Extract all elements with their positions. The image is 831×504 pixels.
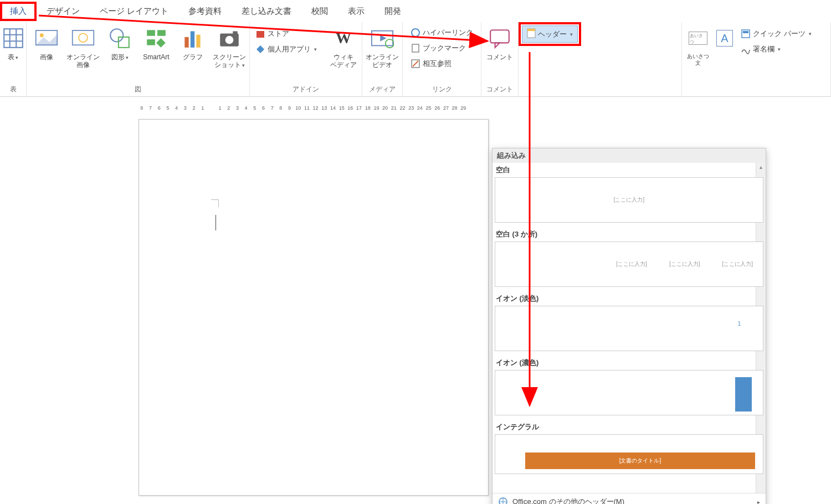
wikipedia-icon: W: [332, 27, 355, 50]
textbox-icon: A: [713, 27, 736, 50]
svg-rect-16: [191, 31, 194, 47]
svg-rect-7: [73, 30, 94, 45]
tab-review[interactable]: 校閲: [301, 2, 338, 21]
group-media: オンライン ビデオ メディア: [362, 22, 403, 96]
video-icon: [371, 27, 394, 50]
onlinevideo-button[interactable]: オンライン ビデオ: [366, 24, 399, 69]
svg-rect-27: [412, 44, 419, 52]
ribbon-tabs: 挿入 デザイン ページ レイアウト 参考資料 差し込み文書 校閲 表示 開発: [0, 0, 831, 22]
ribbon: 表▾ 表 画像 オンライン 画像 図形▾ SmartArt: [0, 22, 831, 97]
svg-point-6: [40, 33, 44, 37]
template-blank[interactable]: 空白 [ここに入力]: [495, 163, 763, 223]
integral-bar: [文書のタイトル]: [525, 452, 755, 469]
camera-icon: [218, 27, 241, 50]
horizontal-ruler[interactable]: 8765432112345678910111213141516171819202…: [137, 102, 490, 114]
svg-marker-31: [495, 43, 500, 47]
svg-rect-12: [157, 30, 166, 36]
text-cursor: [216, 215, 216, 230]
table-icon: [2, 27, 25, 50]
tab-insert[interactable]: 挿入: [0, 2, 37, 21]
shapes-button[interactable]: 図形▾: [103, 24, 136, 61]
quickparts-icon: [741, 29, 751, 39]
store-icon: [255, 29, 265, 39]
table-button[interactable]: 表▾: [1, 24, 25, 61]
signature-icon: [741, 44, 751, 54]
svg-rect-15: [184, 37, 188, 48]
document-area: 8765432112345678910111213141516171819202…: [0, 97, 831, 504]
group-addins-label: アドイン: [293, 85, 319, 95]
group-links-label: リンク: [432, 85, 452, 95]
svg-line-29: [413, 61, 418, 66]
images-button[interactable]: 画像: [30, 24, 63, 61]
chart-icon: [181, 27, 204, 50]
group-table-label: 表: [10, 85, 17, 95]
svg-point-8: [79, 33, 88, 42]
group-links: ハイパーリンク ブックマーク 相互参照 リンク: [403, 22, 481, 96]
header-gallery-dropdown: 組み込み ▴ 空白 [ここに入力] 空白 (3 か所) [ここに入力] [ここに…: [492, 148, 766, 504]
template-blank-3[interactable]: 空白 (3 か所) [ここに入力] [ここに入力] [ここに入力]: [495, 227, 763, 287]
group-media-label: メディア: [369, 85, 396, 95]
signature-button[interactable]: 署名欄▾: [738, 43, 827, 55]
template-ion-dark[interactable]: イオン (濃色): [495, 356, 763, 415]
bookmark-button[interactable]: ブックマーク: [408, 42, 475, 54]
gallery-body: ▴ 空白 [ここに入力] 空白 (3 か所) [ここに入力] [ここに入力] […: [493, 163, 766, 493]
hyperlink-button[interactable]: ハイパーリンク: [408, 27, 475, 39]
tab-references[interactable]: 参考資料: [178, 2, 232, 21]
svg-rect-13: [147, 39, 155, 45]
svg-rect-21: [257, 31, 264, 38]
chart-button[interactable]: グラフ: [176, 24, 209, 61]
svg-marker-22: [257, 45, 264, 53]
bookmark-icon: [411, 43, 420, 53]
header-dropdown-button[interactable]: ヘッダー ▾: [522, 25, 578, 43]
greeting-icon: あいさつ: [686, 27, 710, 50]
more-headers-office[interactable]: Office.com のその他のヘッダー(M) ▸: [493, 493, 766, 504]
tab-mailings[interactable]: 差し込み文書: [232, 2, 301, 21]
table-label: 表▾: [8, 53, 18, 61]
tab-developer[interactable]: 開発: [375, 2, 411, 21]
myapps-icon: [255, 44, 265, 54]
shapes-icon: [108, 27, 131, 50]
svg-point-9: [110, 29, 123, 42]
greeting-button[interactable]: あいさつ あいさつ 文: [685, 24, 711, 66]
smartart-button[interactable]: SmartArt: [140, 24, 173, 61]
ion-dark-bar: [735, 377, 752, 412]
svg-point-19: [225, 36, 234, 44]
svg-rect-30: [490, 30, 509, 43]
group-table: 表▾ 表: [0, 22, 27, 96]
svg-rect-11: [147, 30, 155, 36]
template-integral[interactable]: インテグラル [文書のタイトル]: [495, 420, 763, 474]
tab-layout[interactable]: ページ レイアウト: [90, 2, 178, 21]
textbox-button[interactable]: A: [714, 24, 735, 50]
group-comment-label: コメント: [486, 85, 513, 95]
document-page[interactable]: [138, 119, 489, 496]
svg-rect-33: [527, 29, 535, 31]
store-button[interactable]: ストア: [253, 28, 325, 40]
group-addins: ストア 個人用アプリ▾ W ウィキ ペディア アドイン: [250, 22, 362, 96]
quickparts-button[interactable]: クイック パーツ▾: [738, 28, 827, 40]
gallery-section-header: 組み込み: [493, 148, 766, 163]
tab-view[interactable]: 表示: [338, 2, 375, 21]
online-images-icon: [71, 27, 95, 50]
crossref-button[interactable]: 相互参照: [408, 58, 475, 70]
page-icon: [527, 28, 536, 40]
screenshot-button[interactable]: スクリーン ショット▾: [213, 24, 246, 69]
template-ion-light[interactable]: イオン (淡色) 1: [495, 291, 763, 351]
tab-design[interactable]: デザイン: [37, 2, 90, 21]
svg-rect-0: [4, 29, 23, 48]
hyperlink-icon: [411, 28, 420, 38]
smartart-icon: [145, 27, 168, 50]
group-comment: コメント コメント: [481, 22, 519, 96]
svg-rect-17: [196, 35, 200, 48]
images-icon: [35, 27, 58, 50]
crossref-icon: [411, 59, 420, 69]
wikipedia-button[interactable]: W ウィキ ペディア: [329, 24, 358, 69]
svg-rect-35: [743, 31, 748, 33]
svg-marker-24: [380, 35, 386, 41]
svg-point-26: [412, 29, 419, 37]
online-images-button[interactable]: オンライン 画像: [66, 24, 100, 69]
gallery-footer: Office.com のその他のヘッダー(M) ▸ ヘッダーの編集(E) ヘッダ…: [493, 493, 766, 504]
comment-button[interactable]: コメント: [485, 24, 515, 61]
myapps-button[interactable]: 個人用アプリ▾: [253, 43, 325, 55]
chevron-right-icon: ▸: [757, 499, 760, 505]
svg-marker-14: [156, 38, 166, 48]
